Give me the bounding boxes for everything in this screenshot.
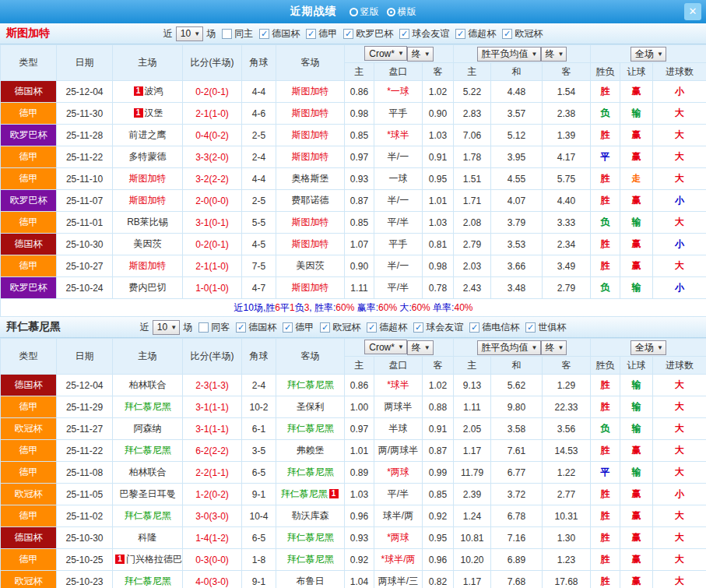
filter-checkbox-德超杯[interactable]: ✓德超杯: [367, 321, 407, 334]
away-team[interactable]: 斯图加特: [292, 238, 329, 249]
bookmaker-select[interactable]: Crow*▼: [364, 340, 407, 354]
odds-handicap: 半/一: [374, 255, 423, 277]
filter-checkbox-球会友谊[interactable]: ✓球会友谊: [413, 321, 463, 334]
away-team[interactable]: 斯图加特: [292, 86, 329, 97]
away-team[interactable]: 拜仁慕尼黑: [281, 488, 328, 499]
home-team[interactable]: 汉堡: [145, 107, 163, 118]
away-team[interactable]: 弗赖堡: [297, 445, 325, 456]
checkbox-icon: [222, 29, 232, 39]
avg-type-select[interactable]: 胜平负均值▼: [477, 47, 541, 62]
recent-count-select[interactable]: 10▼: [176, 26, 203, 41]
home-team[interactable]: 多特蒙德: [129, 151, 167, 162]
filter-checkbox-德电信杯[interactable]: ✓德电信杯: [469, 321, 519, 334]
team-name[interactable]: 斯图加特: [6, 26, 50, 40]
filter-checkbox-欧冠杯[interactable]: ✓欧冠杯: [320, 321, 360, 334]
result-handicap: 赢: [620, 234, 653, 255]
home-team[interactable]: 巴黎圣日耳曼: [120, 488, 176, 499]
away-team[interactable]: 圣保利: [297, 401, 325, 412]
home-team[interactable]: 斯图加特: [129, 173, 167, 184]
home-team[interactable]: 柏林联合: [129, 467, 167, 477]
scope-select-value: 全场: [635, 341, 654, 354]
corner-score: 4-4: [242, 81, 276, 103]
filter-checkbox-同主[interactable]: 同主: [222, 27, 253, 40]
chevron-down-icon: ▼: [398, 343, 404, 350]
result-handicap: 赢: [620, 440, 653, 462]
match-date: 25-11-10: [57, 168, 113, 190]
match-score: 6-2(2-2): [183, 440, 242, 462]
home-team[interactable]: 前进之鹰: [129, 129, 167, 140]
home-team[interactable]: 费内巴切: [129, 282, 167, 293]
scope-select[interactable]: 全场▼: [630, 340, 666, 355]
home-team[interactable]: RB莱比锡: [127, 217, 168, 227]
odds-final-select[interactable]: 终▼: [407, 340, 434, 355]
away-team[interactable]: 布鲁日: [297, 576, 325, 586]
away-team[interactable]: 斯图加特: [292, 282, 329, 293]
stats-summary: 近10场,胜6平1负3, 胜率:60% 赢率:60% 大:60% 单率:40%: [1, 299, 706, 317]
filter-checkbox-德国杯[interactable]: ✓德国杯: [236, 321, 276, 334]
sub-column-header: 客: [543, 63, 591, 81]
odds-handicap: *球半/两: [374, 549, 423, 571]
odds-final-select[interactable]: 终▼: [407, 47, 434, 62]
scope-select[interactable]: 全场▼: [630, 47, 666, 62]
away-team[interactable]: 美因茨: [297, 260, 325, 271]
team-name[interactable]: 拜仁慕尼黑: [6, 320, 61, 334]
matches-table: 类型日期主场比分(半场)角球客场Crow*▼终▼胜平负均值▼终▼全场▼主盘口客主…: [0, 44, 706, 317]
recent-count-select[interactable]: 10▼: [153, 320, 180, 335]
away-team[interactable]: 拜仁慕尼黑: [287, 467, 334, 477]
filter-checkbox-欧冠杯[interactable]: ✓欧冠杯: [502, 27, 543, 40]
bookmaker-select[interactable]: Crow*▼: [364, 46, 407, 61]
match-score: 3-1(1-1): [183, 418, 242, 440]
checkbox-icon: ✓: [259, 29, 269, 39]
home-team[interactable]: 柏林联合: [129, 379, 167, 390]
away-team[interactable]: 拜仁慕尼黑: [287, 423, 334, 434]
chevron-down-icon: ▼: [532, 344, 538, 351]
home-team[interactable]: 拜仁慕尼黑: [125, 401, 171, 412]
bookmaker-select-value: Crow*: [369, 342, 395, 353]
away-team[interactable]: 斯图加特: [292, 129, 329, 140]
filter-checkbox-世俱杯[interactable]: ✓世俱杯: [525, 321, 566, 334]
column-header: 比分(半场): [183, 339, 242, 375]
avg-header-cell: 胜平负均值▼终▼: [454, 339, 591, 357]
away-team[interactable]: 奥格斯堡: [292, 173, 329, 184]
away-team[interactable]: 拜仁慕尼黑: [287, 532, 334, 543]
away-team[interactable]: 斯图加特: [292, 107, 329, 118]
filter-checkbox-球会友谊[interactable]: ✓球会友谊: [399, 27, 449, 40]
avg-draw-odds: 7.68: [491, 571, 543, 588]
home-team[interactable]: 阿森纳: [134, 423, 162, 434]
filter-checkbox-德超杯[interactable]: ✓德超杯: [455, 27, 496, 40]
filter-checkbox-德甲[interactable]: ✓德甲: [283, 321, 314, 334]
chevron-down-icon: ▼: [424, 51, 430, 58]
filter-checkbox-同客[interactable]: 同客: [198, 321, 230, 334]
result-wdl: 胜: [591, 168, 620, 190]
result-wdl: 负: [591, 212, 620, 234]
match-score: 0-3(0-0): [183, 549, 242, 571]
away-team[interactable]: 拜仁慕尼黑: [287, 554, 334, 565]
away-team[interactable]: 斯图加特: [292, 217, 329, 227]
layout-radio[interactable]: 横版: [387, 5, 416, 19]
home-team[interactable]: 拜仁慕尼黑: [125, 510, 171, 521]
filter-checkbox-欧罗巴杯[interactable]: ✓欧罗巴杯: [343, 27, 393, 40]
home-team[interactable]: 拜仁慕尼黑: [125, 445, 171, 456]
home-team[interactable]: 门兴格拉德巴赫: [126, 554, 183, 565]
avg-final-select[interactable]: 终▼: [541, 47, 567, 62]
corner-score: 2-5: [242, 125, 276, 146]
home-team[interactable]: 美因茨: [134, 238, 162, 249]
layout-radio[interactable]: 竖版: [349, 5, 379, 19]
result-handicap: 赢: [620, 571, 653, 588]
home-team-cell: 拜仁慕尼黑: [113, 440, 183, 462]
filter-checkbox-德国杯[interactable]: ✓德国杯: [259, 27, 300, 40]
away-team[interactable]: 费耶诺德: [292, 195, 329, 206]
avg-final-select[interactable]: 终▼: [541, 340, 567, 355]
home-team[interactable]: 拜仁慕尼黑: [125, 576, 171, 586]
filter-checkbox-德甲[interactable]: ✓德甲: [306, 27, 337, 40]
home-team[interactable]: 科隆: [139, 532, 157, 543]
avg-type-select[interactable]: 胜平负均值▼: [477, 340, 541, 355]
home-team[interactable]: 斯图加特: [129, 195, 167, 206]
home-team[interactable]: 斯图加特: [129, 260, 167, 271]
away-team[interactable]: 斯图加特: [292, 151, 329, 162]
away-team[interactable]: 拜仁慕尼黑: [287, 379, 334, 390]
away-team[interactable]: 勒沃库森: [292, 510, 329, 521]
close-button[interactable]: ✕: [684, 3, 701, 20]
league-type-badge: 德甲: [1, 549, 57, 571]
home-team[interactable]: 波鸿: [145, 86, 163, 97]
